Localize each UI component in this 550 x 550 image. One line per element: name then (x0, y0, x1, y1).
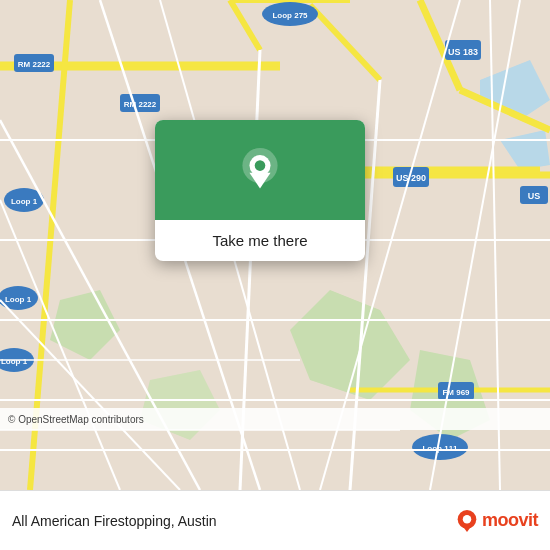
attribution-text: © OpenStreetMap contributors (8, 414, 144, 425)
popup-action-area: Take me there (155, 220, 365, 261)
svg-text:Loop 1: Loop 1 (1, 357, 28, 366)
moovit-logo: moovit (456, 510, 538, 532)
location-label: All American Firestopping, Austin (12, 513, 217, 529)
svg-text:Loop 1: Loop 1 (11, 197, 38, 206)
svg-point-59 (255, 160, 266, 171)
popup-card: Take me there (155, 120, 365, 261)
svg-text:RM 2222: RM 2222 (124, 100, 157, 109)
location-pin-icon (238, 148, 282, 192)
map-container: US 183 RM 2222 RM 2222 Loop 1 Loop 1 Loo… (0, 0, 550, 490)
svg-text:US: US (528, 191, 541, 201)
map-attribution: © OpenStreetMap contributors (0, 408, 550, 430)
svg-text:Loop 275: Loop 275 (272, 11, 308, 20)
moovit-pin-icon (456, 510, 478, 532)
take-me-there-button[interactable]: Take me there (202, 230, 317, 251)
moovit-brand-text: moovit (482, 510, 538, 531)
svg-text:RM 2222: RM 2222 (18, 60, 51, 69)
svg-point-62 (463, 515, 471, 523)
svg-marker-63 (462, 525, 472, 532)
bottom-bar: All American Firestopping, Austin moovit (0, 490, 550, 550)
svg-text:Loop 1: Loop 1 (5, 295, 32, 304)
popup-green-section (155, 120, 365, 220)
svg-text:Loop 111: Loop 111 (422, 444, 458, 453)
svg-text:US 183: US 183 (448, 47, 478, 57)
